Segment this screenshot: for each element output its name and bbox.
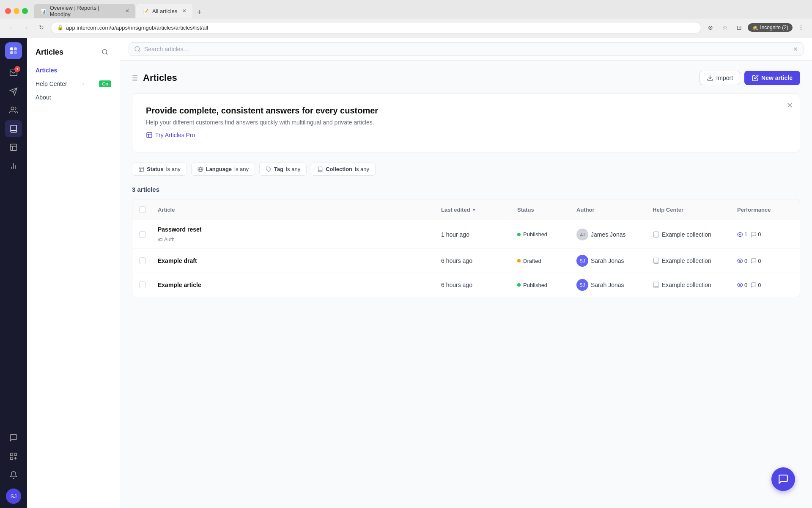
sidebar-item-contacts[interactable] [5,102,22,119]
row3-status: Published [512,276,571,294]
filter-tag-suffix: is any [286,166,300,172]
row2-last-edited: 6 hours ago [436,251,512,270]
tab-close-1[interactable]: ✕ [125,8,129,14]
sidebar-item-analytics[interactable] [5,157,22,174]
search-bar-area: ✕ [120,38,812,61]
table-row[interactable]: Example article 6 hours ago Published SJ… [132,273,800,297]
reload-button[interactable]: ↻ [36,22,47,33]
row3-status-text: Published [523,282,547,288]
about-label: About [36,94,51,101]
browser-tab-2[interactable]: 📝 All articles ✕ [136,4,192,18]
table-header: Article Last edited ▼ Status Author Help… [132,199,800,220]
sidebar-item-help-center[interactable]: Help Center › On [27,77,120,91]
view-icon[interactable]: ⊡ [733,22,745,33]
row2-help-center-text: Example collection [662,257,711,264]
address-bar[interactable]: 🔒 app.intercom.com/a/apps/nnsgmgob/artic… [51,22,701,33]
close-traffic-light[interactable] [5,8,11,14]
row1-tag: 🏷 Auth [158,237,175,243]
row1-comments: 0 [751,231,761,237]
left-sidebar: Articles Articles Help Center › On About [27,38,120,508]
row3-checkbox[interactable] [139,282,146,288]
hamburger-icon[interactable]: ☰ [132,74,138,82]
sidebar-item-articles[interactable] [5,120,22,137]
filter-language[interactable]: Language is any [191,163,255,176]
row2-checkbox[interactable] [139,257,146,264]
search-clear-icon[interactable]: ✕ [793,46,798,52]
sidebar-item-notifications[interactable] [5,467,22,483]
new-article-button[interactable]: New article [744,71,800,85]
svg-point-28 [739,284,741,286]
th-last-edited[interactable]: Last edited ▼ [436,204,512,215]
maximize-traffic-light[interactable] [22,8,28,14]
row1-checkbox[interactable] [139,231,146,238]
sidebar-item-articles-link[interactable]: Articles [27,64,120,77]
browser-tab-1[interactable]: 📊 Overview | Reports | Moodjoy ✕ [34,4,135,18]
tag-filter-icon [266,166,272,172]
incognito-icon: 🕵 [752,25,758,30]
svg-point-27 [739,260,741,262]
row2-comments-count: 0 [758,258,761,264]
table-row[interactable]: Example draft 6 hours ago Drafted SJ Sar… [132,249,800,273]
promo-close-button[interactable]: ✕ [787,101,793,110]
bookmark-icon[interactable]: ☆ [719,22,731,33]
articles-link-label: Articles [36,67,57,74]
svg-rect-22 [139,167,144,171]
search-input-wrap[interactable]: ✕ [129,42,804,56]
row3-author: SJ Sarah Jonas [571,273,647,297]
chat-fab-icon [778,474,789,485]
filter-status-suffix: is any [166,166,181,172]
promo-description: Help your different customers find answe… [146,119,786,126]
row2-author-avatar: SJ [576,255,588,267]
minimize-traffic-light[interactable] [14,8,19,14]
user-avatar[interactable]: SJ [6,489,21,504]
forward-button[interactable]: › [20,22,32,33]
row3-help-center: Example collection [647,276,732,294]
page-header-actions: Import New article [700,71,800,85]
row3-comments-count: 0 [758,282,761,288]
row1-author: JJ James Jonas [571,223,647,246]
articles-count: 3 articles [132,186,800,193]
th-help-center-label: Help Center [653,207,683,213]
svg-rect-2 [10,51,13,54]
inbox-badge: 1 [14,66,20,72]
search-input[interactable] [144,46,790,52]
collection-icon [653,231,659,238]
row1-views: 1 [737,231,747,237]
tab-close-2[interactable]: ✕ [182,8,187,14]
filter-tag[interactable]: Tag is any [259,163,307,176]
incognito-label: Incognito (2) [760,25,788,30]
filter-status[interactable]: Status is any [132,163,187,176]
traffic-lights [5,8,28,14]
more-options-icon[interactable]: ⋮ [795,22,807,33]
page-header: ☰ Articles Import New article [132,71,800,85]
th-last-edited-label: Last edited [441,207,470,213]
th-help-center: Help Center [647,204,732,215]
back-button[interactable]: ‹ [5,22,17,33]
chat-fab-button[interactable] [771,467,795,491]
import-button[interactable]: Import [700,71,740,85]
table-row[interactable]: Password reset 🏷 Auth 1 hour ago Publish… [132,220,800,249]
sidebar-item-apps[interactable] [5,448,22,465]
address-text: app.intercom.com/a/apps/nnsgmgob/article… [66,25,695,31]
row2-status-dot [517,259,521,262]
screen-reader-icon[interactable]: ⊗ [705,22,716,33]
sort-icon: ▼ [472,207,476,212]
sidebar-search-button[interactable] [99,46,111,58]
sidebar-item-outbound[interactable] [5,83,22,100]
row1-article-cell: Password reset 🏷 Auth [153,220,436,248]
sidebar-item-reports[interactable] [5,139,22,156]
svg-rect-1 [14,47,17,50]
row3-views-count: 0 [744,282,747,288]
header-checkbox[interactable] [139,206,146,213]
incognito-badge: 🕵 Incognito (2) [748,23,793,32]
th-author: Author [571,204,647,215]
sidebar-item-inbox[interactable]: 1 [5,64,22,81]
svg-point-18 [135,47,140,51]
app-logo[interactable] [5,42,22,59]
sidebar-item-chat[interactable] [5,429,22,446]
new-tab-button[interactable]: + [193,6,205,18]
filter-language-suffix: is any [234,166,249,172]
filter-collection[interactable]: Collection is any [311,163,376,176]
sidebar-item-about[interactable]: About [27,91,120,104]
try-articles-pro-link[interactable]: Try Articles Pro [146,132,195,138]
